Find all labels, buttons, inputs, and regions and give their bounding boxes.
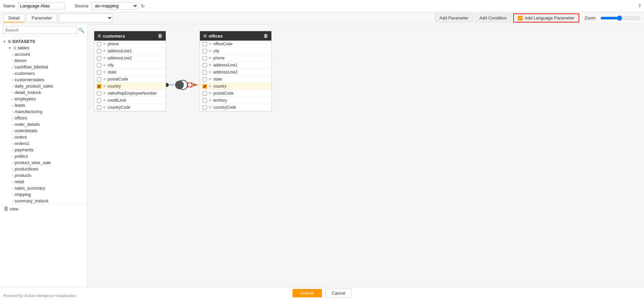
field-name-label: postalCode: [108, 77, 163, 82]
field-checkbox[interactable]: [203, 91, 207, 96]
item-label: retail: [15, 179, 24, 184]
sidebar-item-bloom[interactable]: ›bloom: [0, 57, 87, 64]
sidebar-item-politics[interactable]: ›politics: [0, 153, 87, 159]
sidebar-item-retail[interactable]: ›retail: [0, 179, 87, 185]
tab-parameter[interactable]: Parameter: [26, 14, 57, 22]
customers-field-city[interactable]: 👁 city: [94, 62, 166, 69]
add-condition-button[interactable]: Add Condition: [475, 14, 511, 22]
offices-field-phone[interactable]: 👁 phone: [200, 55, 271, 62]
offices-field-addressLine2[interactable]: 👁 addressLine2: [200, 69, 271, 76]
tab-detail[interactable]: Detail: [3, 14, 24, 22]
tables-section[interactable]: ▼ ⊞ tables: [0, 45, 87, 51]
submit-button[interactable]: Submit: [292, 289, 322, 297]
field-checkbox[interactable]: [203, 70, 207, 74]
customers-field-postalCode[interactable]: 👁 postalCode: [94, 76, 166, 83]
sidebar-item-manufacturing[interactable]: ›manufacturing: [0, 108, 87, 115]
offices-field-country[interactable]: 👁 country: [200, 83, 271, 90]
sidebar-item-orderdetails[interactable]: ›orderdetails: [0, 128, 87, 134]
help-icon[interactable]: ?: [638, 3, 641, 9]
field-checkbox[interactable]: [97, 56, 101, 60]
refresh-icon[interactable]: ↻: [141, 3, 145, 9]
customers-field-salesRepEmployeeNumber[interactable]: 👁 salesRepEmployeeNumber: [94, 90, 166, 97]
field-checkbox[interactable]: [97, 70, 101, 74]
field-eye-icon: 👁: [103, 56, 106, 60]
item-arrow: ›: [12, 97, 13, 101]
field-checkbox[interactable]: [203, 56, 207, 60]
item-arrow: ›: [12, 116, 13, 120]
offices-delete-icon[interactable]: 🗑: [263, 33, 268, 39]
sidebar-item-daily_product_sales[interactable]: ›daily_product_sales: [0, 83, 87, 89]
offices-field-city[interactable]: 👁 city: [200, 48, 271, 55]
item-label: bloom: [15, 58, 26, 63]
sidebar-item-customers[interactable]: ›customers: [0, 70, 87, 77]
search-bar: 🔍: [0, 24, 87, 36]
field-checkbox[interactable]: [203, 49, 207, 53]
field-checkbox[interactable]: [97, 42, 101, 46]
customers-fields: 👁 phone 👁 addressLine1 👁 addressLine2 👁 …: [94, 41, 166, 111]
name-input[interactable]: [18, 2, 65, 9]
field-checkbox[interactable]: [203, 98, 207, 103]
field-checkbox[interactable]: [203, 84, 207, 89]
sidebar-item-leads[interactable]: ›leads: [0, 102, 87, 108]
datasets-section[interactable]: ▼ ⊞ DATASETS: [0, 38, 87, 45]
field-checkbox[interactable]: [203, 77, 207, 82]
sidebar-item-summary_instock[interactable]: ›summary_instock: [0, 198, 87, 204]
sidebar-item-payments[interactable]: ›payments: [0, 147, 87, 153]
field-checkbox[interactable]: [97, 63, 101, 67]
field-checkbox[interactable]: [97, 77, 101, 82]
sidebar-item-customerstates[interactable]: ›customerstates: [0, 77, 87, 83]
sidebar-item-cashflow_bibirbal[interactable]: ›cashflow_bibirbal: [0, 64, 87, 70]
offices-field-postalCode[interactable]: 👁 postalCode: [200, 90, 271, 97]
field-checkbox[interactable]: [203, 105, 207, 110]
sidebar-item-orders[interactable]: ›orders: [0, 134, 87, 140]
customers-field-addressLine2[interactable]: 👁 addressLine2: [94, 55, 166, 62]
field-checkbox[interactable]: [97, 105, 101, 110]
sidebar-item-products[interactable]: ›products: [0, 172, 87, 179]
offices-field-officeCode[interactable]: 👁 officeCode: [200, 41, 271, 48]
customers-field-phone[interactable]: 👁 phone: [94, 41, 166, 48]
tables-container: ⊞ customers 🗑 👁 phone 👁 addressLine1 👁 a…: [94, 31, 272, 111]
customers-field-state[interactable]: 👁 state: [94, 69, 166, 76]
field-checkbox[interactable]: [97, 98, 101, 103]
field-eye-icon: 👁: [208, 105, 212, 109]
search-icon[interactable]: 🔍: [78, 28, 84, 33]
cancel-button[interactable]: Cancel: [325, 289, 352, 298]
add-language-parameter-button[interactable]: ✓ Add Language Parameter: [513, 13, 579, 22]
field-checkbox[interactable]: [203, 63, 207, 67]
field-checkbox[interactable]: [203, 42, 207, 46]
offices-field-territory[interactable]: 👁 territory: [200, 97, 271, 104]
sidebar-item-orders1[interactable]: ›orders1: [0, 140, 87, 147]
item-label: manufacturing: [15, 109, 42, 114]
sidebar-item-account[interactable]: ›account: [0, 51, 87, 57]
add-parameter-button[interactable]: Add Parameter: [435, 14, 473, 22]
search-input[interactable]: [3, 26, 77, 34]
tree-items-container: ›account›bloom›cashflow_bibirbal›custome…: [0, 51, 87, 204]
field-checkbox[interactable]: [97, 91, 101, 96]
offices-field-countryCode[interactable]: 👁 countryCode: [200, 104, 271, 111]
sidebar-item-sales_summary[interactable]: ›sales_summary: [0, 185, 87, 191]
customers-field-addressLine1[interactable]: 👁 addressLine1: [94, 48, 166, 55]
sidebar-item-product_wise_sale[interactable]: ›product_wise_sale: [0, 159, 87, 166]
sidebar-item-offices[interactable]: ›offices: [0, 115, 87, 121]
field-eye-icon: 👁: [103, 105, 106, 109]
sidebar-item-detail_instock[interactable]: ›detail_instock: [0, 89, 87, 96]
customers-delete-icon[interactable]: 🗑: [158, 33, 162, 39]
customers-field-creditLimit[interactable]: 👁 creditLimit: [94, 97, 166, 104]
sidebar-item-productlines[interactable]: ›productlines: [0, 166, 87, 172]
offices-field-state[interactable]: 👁 state: [200, 76, 271, 83]
customers-field-country[interactable]: 👁 country: [94, 83, 166, 90]
sidebar-item-order_details[interactable]: ›order_details: [0, 121, 87, 128]
customers-field-countryCode[interactable]: 👁 countryCode: [94, 104, 166, 111]
zoom-slider[interactable]: [600, 15, 641, 21]
sidebar-item-shipping[interactable]: ›shipping: [0, 191, 87, 198]
source-select[interactable]: aiv-mapping: [91, 2, 138, 10]
field-checkbox[interactable]: [97, 49, 101, 53]
main-area: 🔍 ▼ ⊞ DATASETS ▼ ⊞ tables ›account›bloom…: [0, 24, 644, 287]
canvas-area[interactable]: ⊞ customers 🗑 👁 phone 👁 addressLine1 👁 a…: [87, 24, 644, 287]
tab-dropdown[interactable]: [59, 13, 113, 22]
view-item[interactable]: 🗄 view: [0, 204, 87, 213]
sidebar-item-employees[interactable]: ›employees: [0, 96, 87, 102]
offices-field-addressLine1[interactable]: 👁 addressLine1: [200, 62, 271, 69]
field-checkbox[interactable]: [97, 84, 101, 89]
field-name-label: postalCode: [213, 91, 269, 96]
